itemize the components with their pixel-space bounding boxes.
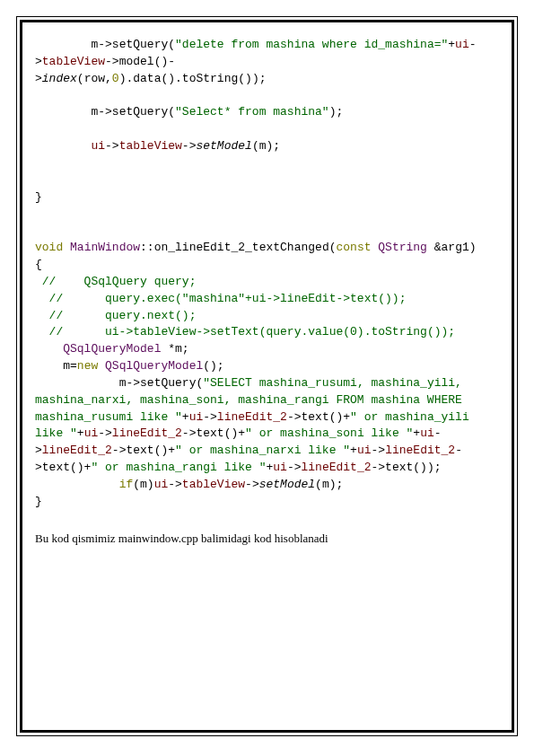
member-ui: ui [154, 478, 169, 491]
string-literal: "delete from mashina where id_mashina=" [175, 38, 448, 51]
code-text: ->text()+ [182, 426, 245, 440]
code-text: ->text()+ [287, 410, 350, 424]
code-text: ->text()); [372, 461, 442, 474]
member-lineedit2: lineEdit_2 [385, 444, 455, 457]
code-text: + [182, 410, 189, 424]
member-lineedit2: lineEdit_2 [112, 426, 182, 440]
code-text: -> [203, 410, 217, 424]
literal-zero: 0 [112, 72, 119, 85]
code-text: (m); [252, 139, 280, 153]
page-inner-frame: m->setQuery("delete from mashina where i… [20, 20, 514, 733]
code-text: (row, [77, 72, 112, 85]
comment-line: // ui->tableView->setText(query.value(0)… [35, 325, 455, 338]
member-tableview: tableView [42, 55, 105, 68]
code-text: m->setQuery( [35, 105, 175, 119]
code-text: -> [372, 444, 386, 457]
code-text: -> [287, 461, 302, 474]
code-text [63, 241, 70, 254]
code-text: m->setQuery( [35, 38, 175, 51]
member-lineedit2: lineEdit_2 [302, 461, 372, 474]
code-text: m->setQuery( [35, 376, 203, 390]
caption-text: Bu kod qismimiz mainwindow.cpp balimidag… [35, 531, 499, 548]
code-text: &arg1) [427, 241, 477, 254]
member-ui: ui [420, 426, 434, 440]
code-text: -> [98, 426, 112, 440]
member-ui: ui [84, 426, 99, 440]
type-qsqlquerymodel: QSqlQueryModel [105, 359, 203, 373]
code-text: m= [35, 359, 77, 373]
code-text [35, 139, 91, 153]
comment-line: // query.exec("mashina"+ui->lineEdit->te… [35, 292, 406, 305]
code-text: -> [182, 139, 197, 153]
code-text: > [35, 72, 42, 85]
comment-line: // query.next(); [35, 309, 196, 322]
member-lineedit2: lineEdit_2 [217, 410, 287, 424]
member-tableview: tableView [182, 478, 245, 491]
code-text: ->text()+ [112, 444, 175, 457]
code-text: ::on_lineEdit_2_textChanged( [140, 241, 336, 254]
code-text [35, 342, 63, 356]
type-mainwindow: MainWindow [70, 241, 140, 254]
string-literal: " or mashina_soni like " [245, 426, 413, 440]
code-text [98, 359, 105, 373]
code-text: + [350, 444, 357, 457]
code-signature: void MainWindow::on_lineEdit_2_textChang… [35, 240, 499, 257]
member-ui: ui [189, 410, 204, 424]
code-text: *m; [161, 342, 188, 356]
code-text [35, 478, 119, 491]
string-literal: " or mashina_rangi like " [91, 461, 266, 474]
code-text: (m); [315, 478, 343, 491]
member-ui: ui [455, 38, 469, 51]
code-text: -> [168, 478, 182, 491]
code-text: (); [203, 359, 223, 373]
member-lineedit2: lineEdit_2 [42, 444, 112, 457]
code-text: + [77, 426, 84, 440]
func-setmodel: setModel [196, 139, 251, 153]
code-text: ).data().toString()); [119, 72, 267, 85]
member-ui: ui [273, 461, 287, 474]
code-text: ); [329, 105, 344, 119]
code-text: -> [105, 139, 119, 153]
type-qstring: QString [378, 241, 427, 254]
brace-open: { [35, 258, 42, 271]
code-block-a: m->setQuery("delete from mashina where i… [35, 37, 499, 240]
kw-new: new [77, 359, 98, 373]
code-body: { // QSqlQuery query; // query.exec("mas… [35, 257, 499, 511]
code-text: -> [245, 478, 259, 491]
kw-void: void [35, 241, 63, 254]
brace-close: } [35, 190, 42, 204]
kw-const: const [336, 241, 371, 254]
brace-close: } [35, 495, 42, 508]
func-setmodel: setModel [259, 478, 315, 491]
type-qsqlquerymodel: QSqlQueryModel [63, 342, 161, 356]
code-text: (m) [133, 478, 153, 491]
member-ui: ui [91, 139, 105, 153]
code-text: + [413, 426, 420, 440]
string-literal: "Select* from mashina" [175, 105, 329, 119]
member-ui: ui [357, 444, 372, 457]
kw-if: if [119, 478, 134, 491]
comment-line: // QSqlQuery query; [35, 275, 196, 288]
string-literal: " or mashina_narxi like " [175, 444, 350, 457]
func-index: index [42, 72, 77, 85]
code-text: ->model()- [105, 55, 175, 68]
code-text: + [448, 38, 455, 51]
page-outer-frame: m->setQuery("delete from mashina where i… [16, 16, 518, 736]
member-tableview: tableView [119, 139, 182, 153]
